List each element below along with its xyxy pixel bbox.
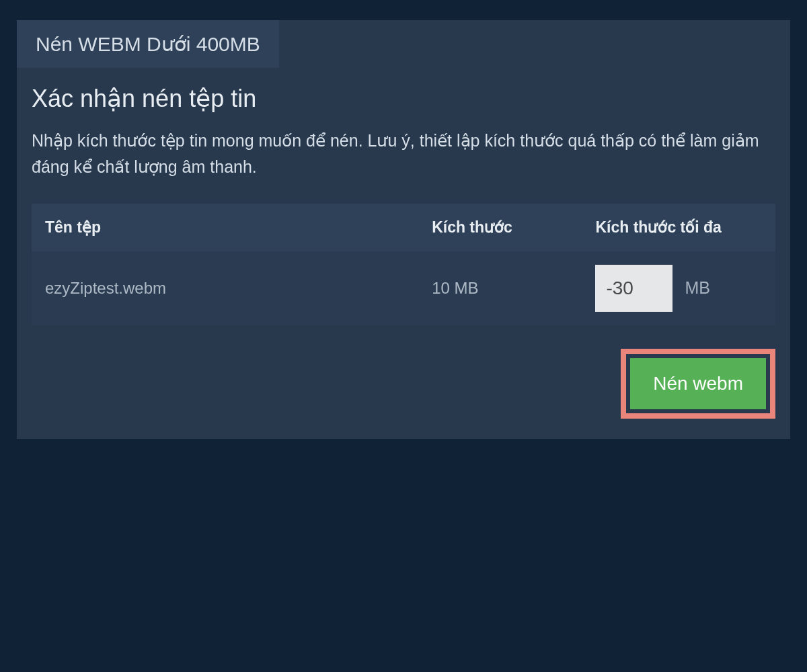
header-maxsize: Kích thước tối đa: [582, 204, 775, 251]
size-input-wrap: MB: [595, 265, 762, 312]
tab-compress-webm[interactable]: Nén WEBM Dưới 400MB: [17, 20, 279, 68]
table-row: ezyZiptest.webm 10 MB MB: [32, 251, 775, 325]
compress-button-highlight: Nén webm: [621, 349, 775, 419]
cell-size: 10 MB: [418, 251, 582, 325]
maxsize-input[interactable]: [595, 265, 672, 312]
panel-title: Xác nhận nén tệp tin: [32, 85, 775, 113]
panel-body: Xác nhận nén tệp tin Nhập kích thước tệp…: [17, 68, 790, 439]
cell-filename: ezyZiptest.webm: [32, 251, 418, 325]
maxsize-unit: MB: [685, 278, 710, 298]
tab-header: Nén WEBM Dưới 400MB: [17, 20, 790, 68]
header-filename: Tên tệp: [32, 204, 418, 251]
table-header-row: Tên tệp Kích thước Kích thước tối đa: [32, 204, 775, 251]
compression-panel: Nén WEBM Dưới 400MB Xác nhận nén tệp tin…: [17, 20, 790, 439]
button-row: Nén webm: [32, 349, 775, 419]
file-table: Tên tệp Kích thước Kích thước tối đa ezy…: [32, 204, 775, 325]
compress-button[interactable]: Nén webm: [630, 358, 766, 409]
cell-maxsize: MB: [582, 251, 775, 325]
panel-description: Nhập kích thước tệp tin mong muốn để nén…: [32, 128, 775, 180]
header-size: Kích thước: [418, 204, 582, 251]
